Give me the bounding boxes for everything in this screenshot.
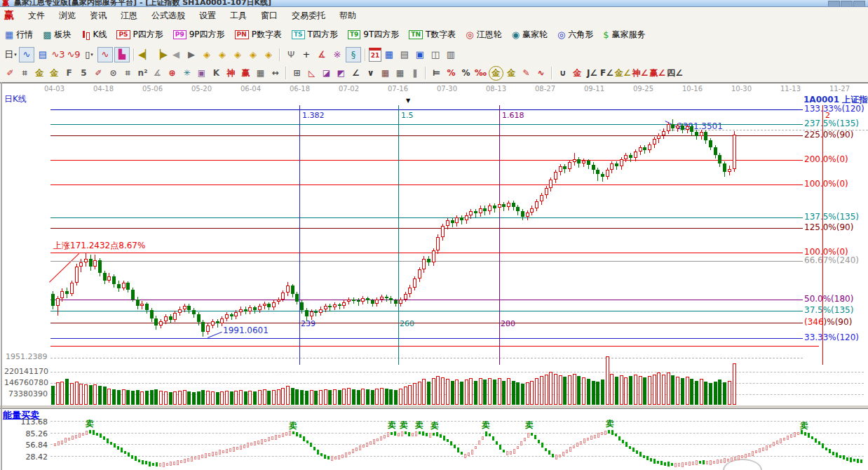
draw-win-angle-icon[interactable]: 赢∠: [650, 67, 666, 80]
menu-item-江恩[interactable]: 江恩: [114, 8, 144, 24]
tool-period-select-icon[interactable]: 日▾: [4, 48, 18, 62]
draw-protractor-icon[interactable]: ∡: [151, 67, 164, 80]
draw-gold-angle-icon[interactable]: 金∠: [615, 67, 631, 80]
tool-calendar-icon[interactable]: 21: [369, 48, 381, 62]
draw-gold-circle-icon[interactable]: 金: [489, 66, 503, 81]
draw-square-dots-icon[interactable]: ▣: [195, 67, 208, 80]
draw-percent-red-icon[interactable]: %: [445, 67, 458, 80]
tool-save-icon[interactable]: ▣: [413, 48, 427, 62]
menu-item-帮助[interactable]: 帮助: [332, 8, 363, 24]
toolbar-button-T四方形[interactable]: TST四方形: [287, 27, 343, 42]
drag-marker-icon[interactable]: ▼: [406, 98, 410, 104]
toolbar-button-行情[interactable]: ▦行情: [0, 27, 38, 42]
toolbar-button-9P四方形[interactable]: P99P四方形: [168, 27, 230, 42]
draw-scale-tool-icon[interactable]: ⊨: [430, 67, 443, 80]
energy-indicator-panel[interactable]: 能量买卖 113.68 85.26 56.84 28.42 卖卖卖卖卖卖卖卖卖卖: [0, 409, 868, 470]
menu-item-浏览[interactable]: 浏览: [52, 8, 83, 24]
draw-cup-tool-icon[interactable]: ∪: [556, 67, 569, 80]
maximize-button[interactable]: [841, 1, 853, 7]
draw-permille-icon[interactable]: ‰: [474, 67, 487, 80]
tool-diamond-right-icon[interactable]: ◈: [215, 48, 229, 62]
draw-win-grid-icon[interactable]: 赢: [239, 67, 252, 80]
draw-shen-grid-icon[interactable]: 神: [224, 67, 238, 80]
toolbar-button-9T四方形[interactable]: T99T四方形: [343, 27, 404, 42]
minimize-button[interactable]: [828, 1, 840, 7]
draw-gann-box-2-icon[interactable]: ▦: [393, 67, 407, 80]
menu-item-资讯[interactable]: 资讯: [83, 8, 114, 24]
draw-percent-icon[interactable]: %: [459, 67, 473, 80]
draw-wave-tool-icon[interactable]: ∿: [534, 67, 548, 80]
tool-network-icon[interactable]: ◫: [428, 48, 442, 62]
draw-k-marks-icon[interactable]: K: [210, 67, 223, 80]
tool-notes-icon[interactable]: ▤: [398, 48, 412, 62]
toolbar-button-P数字表[interactable]: PNP数字表: [230, 27, 287, 42]
menu-item-窗口[interactable]: 窗口: [254, 8, 285, 24]
tool-info-doc-icon[interactable]: ▤: [36, 48, 50, 62]
draw-fib-grid-icon[interactable]: F: [62, 67, 76, 80]
tool-hand-tool-icon[interactable]: Ψ: [284, 48, 298, 62]
draw-gold-red-icon[interactable]: 金: [571, 67, 584, 80]
toolbar-button-T数字表[interactable]: TNT数字表: [404, 27, 461, 42]
tool-blue-wave-icon[interactable]: ∿: [19, 47, 34, 62]
draw-v-lines-icon[interactable]: ∨: [364, 67, 377, 80]
draw-gold-grid-2-icon[interactable]: 金: [48, 67, 61, 80]
tool-angle-tool-icon[interactable]: ∡: [315, 48, 329, 62]
tool-histogram-icon[interactable]: ▙: [114, 47, 130, 62]
toolbar-button-赢家服务[interactable]: $赢家服务: [598, 27, 650, 42]
draw-fan-shade-icon[interactable]: ◩: [334, 67, 348, 80]
tool-first-bar-icon[interactable]: ◀▏: [138, 48, 152, 62]
tool-prev-bar-icon[interactable]: ◀: [169, 48, 183, 62]
draw-parallel-lines-icon[interactable]: ∥: [408, 67, 421, 80]
draw-four-angle-icon[interactable]: 四∠: [667, 67, 683, 80]
draw-pen-bars-icon[interactable]: ✎: [520, 67, 533, 80]
toolbar-button-K线[interactable]: K线: [76, 27, 112, 42]
draw-fan-square-icon[interactable]: ◪: [320, 67, 333, 80]
tool-diamond-left-icon[interactable]: ◈: [200, 48, 214, 62]
draw-angle-fan-icon[interactable]: ∠: [349, 67, 362, 80]
tool-diamond-expand-icon[interactable]: ◈: [231, 48, 245, 62]
draw-j-angle-icon[interactable]: J∠: [585, 67, 599, 80]
tool-candle-style-icon[interactable]: ▯▾: [82, 48, 96, 62]
tool-diamond-split-icon[interactable]: ◈: [246, 48, 260, 62]
menu-item-文件[interactable]: 文件: [21, 8, 52, 24]
tool-print-icon[interactable]: ▥: [444, 48, 458, 62]
tool-diamond-compress-icon[interactable]: ◈: [262, 48, 276, 62]
menu-item-交易委托[interactable]: 交易委托: [285, 8, 332, 24]
tool-red-wave-icon[interactable]: ∿: [97, 47, 113, 62]
draw-span-arrows-icon[interactable]: ↔: [269, 67, 282, 80]
draw-grid-lines-icon[interactable]: ⌗: [18, 67, 32, 80]
tool-pattern-tool-icon[interactable]: ※: [330, 48, 344, 62]
draw-gold-grid-1-icon[interactable]: 金: [33, 67, 46, 80]
tool-wave-9-icon[interactable]: ∿9: [67, 48, 81, 62]
close-button[interactable]: [853, 1, 865, 7]
draw-brush-icon[interactable]: ✐: [92, 67, 105, 80]
draw-red-fan-icon[interactable]: ◺: [305, 67, 318, 80]
tool-next-bar-icon[interactable]: ▶: [184, 48, 198, 62]
kline-chart[interactable]: 日K线 1A0001 上证指数 ▼ 上涨171.2432点8.67% 1991.…: [0, 93, 868, 405]
tool-crosshair-tool-icon[interactable]: +: [299, 48, 313, 62]
menu-item-工具[interactable]: 工具: [223, 8, 254, 24]
draw-price-grid-icon[interactable]: ⌗: [121, 67, 135, 80]
tool-wave-3-icon[interactable]: ∿3: [51, 48, 65, 62]
toolbar-button-赢家轮[interactable]: ◉赢家轮: [507, 27, 552, 42]
draw-square-numbers-icon[interactable]: n²: [136, 67, 149, 80]
tool-last-bar-icon[interactable]: ▕▶: [154, 48, 168, 62]
draw-gold-levels-icon[interactable]: 金: [505, 67, 518, 80]
draw-star-rays-icon[interactable]: ✳: [180, 67, 194, 80]
draw-box-tool-icon[interactable]: ⊞: [290, 67, 304, 80]
draw-time-cycle-icon[interactable]: ⊙: [107, 67, 120, 80]
draw-f-angle-icon[interactable]: F∠: [600, 67, 613, 80]
tool-calculator-icon[interactable]: ▦: [382, 48, 396, 62]
toolbar-button-P四方形[interactable]: PSP四方形: [111, 27, 168, 42]
menu-item-设置[interactable]: 设置: [192, 8, 223, 24]
toolbar-button-板块[interactable]: ▩板块: [38, 27, 76, 42]
draw-spiral-5-icon[interactable]: 5: [77, 67, 90, 80]
draw-circle-cross-icon[interactable]: ⊕: [165, 67, 179, 80]
draw-draw-pen-icon[interactable]: ✐: [4, 67, 17, 80]
tool-smart-tool-icon[interactable]: §: [346, 47, 361, 62]
draw-dense-grid-icon[interactable]: ▦: [254, 67, 267, 80]
toolbar-button-江恩轮[interactable]: ◎江恩轮: [461, 27, 506, 42]
draw-gann-box-icon[interactable]: ▦: [379, 67, 392, 80]
toolbar-button-六角形[interactable]: ◎六角形: [552, 27, 598, 42]
menu-item-公式选股[interactable]: 公式选股: [144, 8, 192, 24]
